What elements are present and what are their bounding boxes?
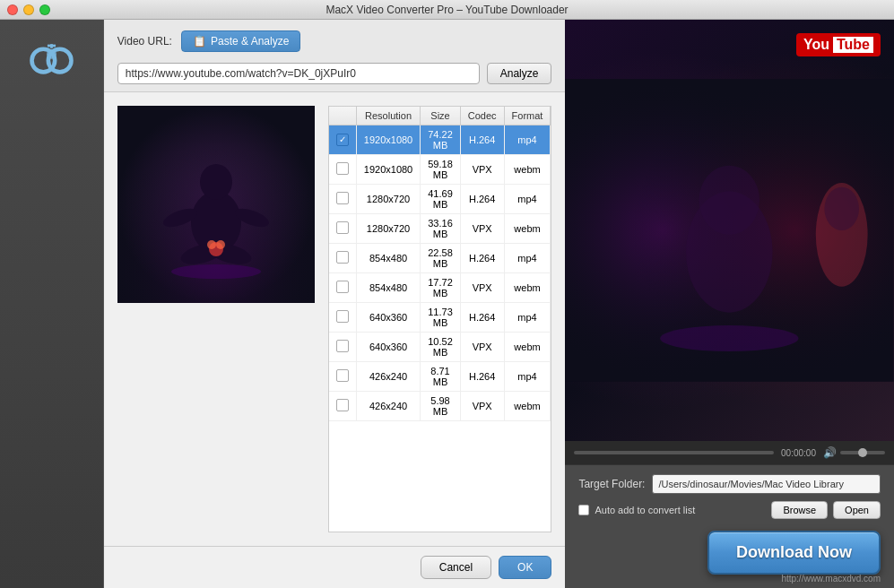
table-row[interactable]: 640x36010.52 MBVPXwebm: [329, 333, 551, 362]
format-checkbox[interactable]: [336, 281, 349, 293]
cell-resolution: 1280x720: [356, 214, 420, 244]
cell-codec: VPX: [460, 214, 504, 244]
cell-size: 5.98 MB: [421, 392, 461, 421]
cancel-button[interactable]: Cancel: [421, 556, 491, 579]
cell-codec: VPX: [460, 392, 504, 421]
video-background: [565, 20, 894, 441]
format-checkbox[interactable]: [336, 221, 349, 234]
auto-add-checkbox[interactable]: [578, 505, 589, 515]
checkbox-cell[interactable]: [329, 362, 357, 392]
cell-format: webm: [504, 392, 551, 421]
table-row[interactable]: 1280x72033.16 MBVPXwebm: [329, 214, 551, 244]
auto-add-row: Auto add to convert list Browse Open: [578, 501, 881, 519]
svg-point-2: [47, 48, 56, 58]
clipboard-icon: 📋: [193, 35, 206, 48]
table-row[interactable]: 854x48022.58 MBH.264mp4: [329, 244, 551, 273]
format-checkbox[interactable]: [336, 310, 349, 323]
cell-resolution: 640x360: [356, 303, 420, 333]
checkbox-cell[interactable]: [329, 333, 357, 362]
format-checkbox[interactable]: [336, 340, 349, 352]
table-row[interactable]: ✓1920x108074.22 MBH.264mp4: [329, 125, 551, 155]
format-checkbox[interactable]: [336, 399, 349, 411]
dialog-content: Resolution Size Codec Format ✓1920x10807…: [104, 92, 566, 546]
minimize-button[interactable]: [23, 4, 34, 15]
volume-icon: 🔊: [823, 446, 837, 459]
checkbox-cell[interactable]: [329, 244, 357, 273]
cell-resolution: 854x480: [356, 273, 420, 303]
browse-open-buttons: Browse Open: [771, 501, 881, 519]
maximize-button[interactable]: [39, 4, 50, 15]
url-input-row: Analyze: [104, 59, 566, 91]
table-row[interactable]: 426x2405.98 MBVPXwebm: [329, 392, 551, 421]
checkbox-cell[interactable]: ✓: [329, 125, 357, 155]
dialog-buttons: Cancel OK: [104, 546, 566, 588]
cell-size: 41.69 MB: [421, 185, 461, 214]
cell-resolution: 640x360: [356, 333, 420, 362]
thumbnail-inner: [117, 106, 315, 303]
table-row[interactable]: 426x2408.71 MBH.264mp4: [329, 362, 551, 392]
cell-format: webm: [504, 333, 551, 362]
format-checkbox[interactable]: ✓: [336, 134, 349, 146]
cell-resolution: 426x240: [356, 362, 420, 392]
svg-point-15: [216, 240, 225, 249]
close-button[interactable]: [7, 4, 18, 15]
cell-size: 10.52 MB: [421, 333, 461, 362]
format-checkbox[interactable]: [336, 162, 349, 175]
col-header-format: Format: [504, 107, 551, 125]
youtube-logo: You Tube: [796, 33, 881, 56]
cell-codec: VPX: [460, 333, 504, 362]
cell-format: webm: [504, 273, 551, 303]
cell-size: 8.71 MB: [421, 362, 461, 392]
cell-format: mp4: [504, 125, 551, 155]
table-row[interactable]: 640x36011.73 MBH.264mp4: [329, 303, 551, 333]
video-controls: 00:00:00 🔊: [565, 441, 894, 464]
cell-codec: H.264: [460, 362, 504, 392]
browse-button[interactable]: Browse: [771, 501, 828, 519]
format-checkbox[interactable]: [336, 192, 349, 204]
table-row[interactable]: 854x48017.72 MBVPXwebm: [329, 273, 551, 303]
video-preview: You Tube: [565, 20, 894, 441]
download-section: Download Now: [578, 526, 881, 579]
svg-point-22: [661, 325, 799, 351]
analyze-button[interactable]: Analyze: [487, 63, 552, 84]
youtube-you: You: [803, 37, 829, 53]
svg-point-14: [207, 240, 216, 249]
cell-codec: H.264: [460, 125, 504, 155]
svg-point-21: [699, 166, 760, 235]
auto-add-left: Auto add to convert list: [578, 505, 695, 515]
checkbox-cell[interactable]: [329, 273, 357, 303]
checkbox-cell[interactable]: [329, 185, 357, 214]
checkbox-cell[interactable]: [329, 155, 357, 185]
window-buttons[interactable]: [7, 4, 50, 15]
checkbox-cell[interactable]: [329, 392, 357, 421]
cell-format: webm: [504, 214, 551, 244]
volume-slider[interactable]: [840, 451, 885, 454]
open-button[interactable]: Open: [833, 501, 881, 519]
cell-resolution: 1920x1080: [356, 155, 420, 185]
format-checkbox[interactable]: [336, 369, 349, 382]
checkbox-cell[interactable]: [329, 303, 357, 333]
auto-add-label: Auto add to convert list: [595, 505, 695, 515]
cell-size: 74.22 MB: [421, 125, 461, 155]
paste-analyze-button[interactable]: 📋 Paste & Analyze: [181, 30, 300, 52]
video-thumbnail: [117, 106, 315, 303]
ok-button[interactable]: OK: [499, 556, 551, 579]
cell-codec: H.264: [460, 244, 504, 273]
folder-path-input[interactable]: [652, 474, 881, 494]
cell-size: 11.73 MB: [421, 303, 461, 333]
table-row[interactable]: 1280x72041.69 MBH.264mp4: [329, 185, 551, 214]
volume-knob: [858, 448, 867, 457]
checkbox-cell[interactable]: [329, 214, 357, 244]
sidebar: [0, 20, 104, 588]
progress-bar[interactable]: [574, 451, 774, 454]
format-checkbox[interactable]: [336, 251, 349, 264]
youtube-tube: Tube: [833, 37, 873, 53]
cell-format: mp4: [504, 303, 551, 333]
cell-size: 22.58 MB: [421, 244, 461, 273]
table-row[interactable]: 1920x108059.18 MBVPXwebm: [329, 155, 551, 185]
download-now-button[interactable]: Download Now: [707, 531, 881, 575]
website-url: http://www.macxdvd.com: [781, 574, 881, 584]
url-input[interactable]: [117, 63, 480, 84]
cell-format: mp4: [504, 244, 551, 273]
svg-point-24: [825, 187, 860, 230]
